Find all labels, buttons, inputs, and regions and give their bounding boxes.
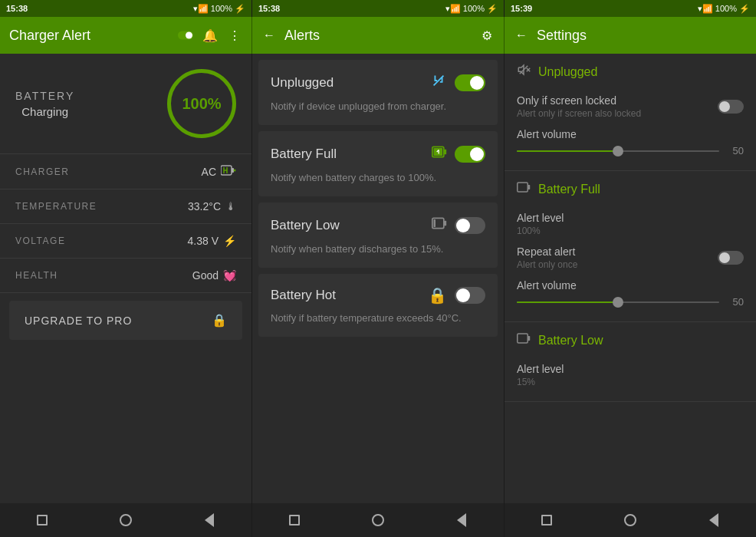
toggle-battery-low[interactable]: [455, 217, 485, 234]
charging-label: Charging: [15, 105, 74, 118]
bell-icon[interactable]: 🔔: [202, 28, 218, 43]
lightning-icon: ⚡: [223, 235, 236, 247]
charger-value: AC: [202, 165, 236, 178]
toggle-screen-locked[interactable]: [718, 100, 744, 114]
settings-section-battery-low: Battery Low Alert level 15%: [505, 322, 756, 402]
nav-back-2[interactable]: [449, 508, 474, 532]
toggle-unplugged[interactable]: [455, 74, 485, 91]
thermometer-icon: 🌡: [225, 200, 236, 212]
svg-rect-22: [518, 334, 528, 343]
battery-low-section-icon: [517, 331, 531, 349]
voltage-label: VOLTAGE: [15, 236, 65, 246]
nav-square-1[interactable]: [30, 508, 54, 532]
settings-section-battery-full: Battery Full Alert level 100% Repeat ale…: [505, 171, 756, 322]
setting-alert-volume-2-name: Alert volume: [517, 279, 744, 292]
nav-bar-1: [0, 503, 252, 537]
header-icons-2: ⚙: [479, 28, 495, 43]
nav-square-2[interactable]: [282, 508, 307, 532]
alerts-panel: Unplugged Notify if device unplugged fro…: [252, 54, 505, 503]
nav-square-3[interactable]: [534, 508, 559, 532]
alert-battery-full-title: Battery Full: [271, 147, 337, 162]
app-title-3: Settings: [537, 28, 747, 44]
setting-alert-volume-1: Alert volume 50: [517, 124, 744, 161]
status-icons-2: ▾📶 100% ⚡: [445, 4, 498, 14]
settings-battery-low-title: Battery Low: [538, 334, 603, 348]
settings-section-unplugged: Unplugged Only if screen locked Alert on…: [505, 54, 756, 171]
charger-alert-panel: BATTERY Charging 100% CHARGER AC TEMPERA…: [0, 54, 252, 503]
temperature-row: TEMPERATURE 33.2°C 🌡: [0, 189, 251, 224]
svg-rect-15: [444, 221, 446, 226]
toggle-repeat-alert[interactable]: [718, 251, 744, 265]
alert-battery-full-header: Battery Full: [271, 143, 485, 164]
toggle-battery-full[interactable]: [455, 146, 485, 163]
alert-unplugged-title: Unplugged: [271, 75, 334, 91]
alert-battery-low-right: [432, 215, 485, 236]
alert-battery-hot-title: Battery Hot: [271, 288, 336, 303]
svg-rect-11: [434, 148, 443, 156]
charger-label: CHARGER: [15, 166, 70, 177]
nav-bar-3: [505, 503, 756, 537]
battery-section: BATTERY Charging 100%: [0, 54, 251, 154]
battery-icon-3: 100% ⚡: [715, 4, 750, 14]
toggle-battery-hot[interactable]: [455, 287, 485, 304]
more-icon[interactable]: ⋮: [227, 28, 242, 43]
alert-unplugged-header: Unplugged: [271, 72, 485, 93]
battery-circle: 100%: [167, 69, 236, 138]
settings-unplugged-header: Unplugged: [517, 63, 744, 81]
slider-value-1: 50: [725, 145, 744, 156]
alert-battery-hot: Battery Hot 🔒 Notify if battery temperat…: [258, 274, 498, 337]
app-header-2: ← Alerts ⚙: [252, 17, 505, 54]
charger-row: CHARGER AC: [0, 154, 251, 189]
setting-alert-level-low-name: Alert level: [517, 363, 744, 375]
upgrade-label: UPGRADE TO PRO: [25, 315, 132, 327]
setting-alert-level-full-sub: 100%: [517, 226, 744, 236]
app-header-3: ← Settings: [505, 17, 756, 54]
slider-value-2: 50: [725, 296, 744, 308]
nav-back-1[interactable]: [197, 508, 222, 532]
unplugged-icon: [430, 72, 447, 93]
setting-alert-volume-1-name: Alert volume: [517, 128, 744, 140]
alert-battery-low-title: Battery Low: [271, 218, 340, 233]
battery-label: BATTERY: [15, 90, 74, 102]
setting-screen-locked: Only if screen locked Alert only if scre…: [517, 90, 744, 124]
nav-circle-3[interactable]: [618, 508, 643, 532]
battery-text: BATTERY Charging: [15, 90, 74, 118]
setting-repeat-alert: Repeat alert Alert only once: [517, 241, 744, 275]
setting-repeat-alert-row: Repeat alert Alert only once: [517, 245, 744, 270]
charger-icon: [221, 165, 236, 178]
alert-battery-low: Battery Low Notify when battery discharg…: [258, 203, 498, 268]
nav-circle-2[interactable]: [366, 508, 390, 532]
back-icon-2[interactable]: ←: [261, 28, 277, 43]
health-row: HEALTH Good 💓: [0, 259, 251, 293]
svg-rect-16: [434, 219, 436, 227]
slider-track-1[interactable]: [517, 150, 719, 152]
lock-icon: 🔒: [212, 313, 227, 328]
nav-back-3[interactable]: [702, 508, 726, 532]
svg-rect-21: [528, 185, 530, 189]
alert-battery-low-desc: Notify when battery discharges to 15%.: [271, 243, 443, 255]
nav-bar-2: [252, 503, 505, 537]
voltage-value: 4.38 V ⚡: [188, 235, 236, 247]
gear-icon[interactable]: ⚙: [479, 28, 495, 43]
status-bar-2: 15:38 ▾📶 100% ⚡: [252, 0, 505, 17]
alert-battery-low-header: Battery Low: [271, 215, 485, 236]
setting-alert-level-low: Alert level 15%: [517, 358, 744, 392]
time-3: 15:39: [511, 4, 532, 13]
muted-icon: [517, 63, 531, 81]
slider-track-2[interactable]: [517, 301, 719, 303]
settings-battery-full-header: Battery Full: [517, 180, 744, 198]
alert-unplugged-right: [430, 72, 485, 93]
svg-point-1: [186, 32, 192, 39]
toggle-icon[interactable]: [178, 28, 193, 43]
app-title-2: Alerts: [284, 28, 472, 44]
upgrade-row[interactable]: UPGRADE TO PRO 🔒: [9, 301, 242, 340]
slider-row-1: 50: [517, 145, 744, 156]
back-icon-3[interactable]: ←: [514, 28, 529, 43]
setting-alert-level-full-name: Alert level: [517, 212, 744, 224]
battery-low-icon: [432, 215, 447, 236]
nav-circle-1[interactable]: [113, 508, 138, 532]
status-icons-3: ▾📶 100% ⚡: [698, 4, 750, 14]
setting-screen-locked-name: Only if screen locked: [517, 94, 641, 107]
settings-panel: Unplugged Only if screen locked Alert on…: [505, 54, 756, 503]
status-bar-1: 15:38 ▾📶 100% ⚡: [0, 0, 252, 17]
